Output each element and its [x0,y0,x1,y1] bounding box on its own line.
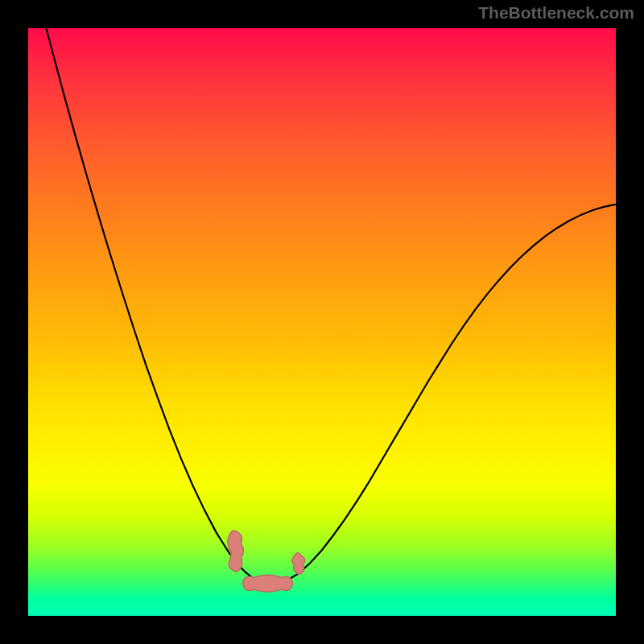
marker-left-cluster [228,530,244,572]
marker-right-cluster [292,553,305,575]
bottleneck-curve [28,28,616,584]
chart-svg [28,28,616,616]
marker-bottom-span [242,575,292,592]
watermark-text: TheBottleneck.com [478,3,634,23]
plot-area [28,28,616,616]
